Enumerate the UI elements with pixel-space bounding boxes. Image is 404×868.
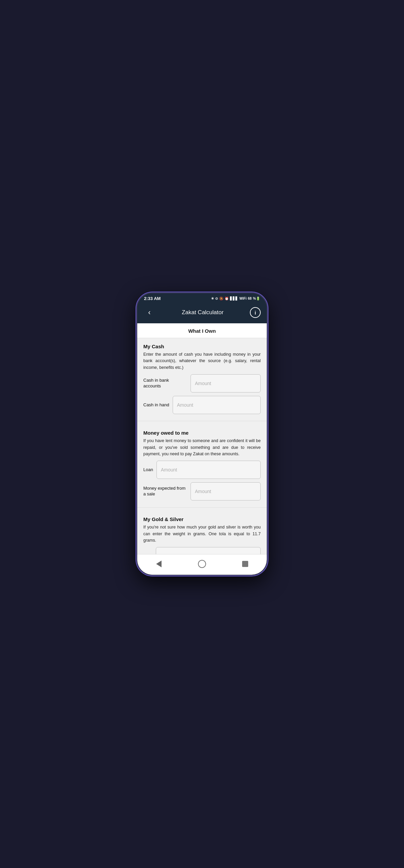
field-row-gold: Gold [143, 547, 261, 554]
nav-recent-button[interactable] [239, 558, 251, 570]
mute-icon: 🔕 [219, 297, 223, 300]
field-input-sale-money[interactable] [191, 482, 261, 500]
section-gold-silver: My Gold & SilverIf you're not sure how m… [137, 511, 267, 554]
main-content: What I Own My CashEnter the amount of ca… [137, 323, 267, 554]
section-desc-gold-silver: If you're not sure how much your gold an… [143, 524, 261, 544]
recent-square-icon [242, 561, 248, 567]
field-row-sale-money: Money expected from a sale [143, 482, 261, 500]
battery-icon: ⊙ [215, 297, 218, 300]
bottom-nav [137, 554, 267, 575]
wifi-icon: WiFi [239, 297, 247, 300]
divider-0 [137, 421, 267, 421]
field-input-gold[interactable] [156, 547, 261, 554]
back-triangle-icon [156, 561, 162, 567]
home-circle-icon [198, 560, 206, 568]
field-label-cash-hand: Cash in hand [143, 402, 169, 408]
section-title-my-cash: My Cash [143, 344, 261, 349]
alarm-icon: ⏰ [225, 297, 229, 300]
phone-frame: 2:33 AM ✳ ⊙ 🔕 ⏰ ▋▋▋ WiFi 68 %🔋 ‹ Zakat C… [136, 292, 268, 576]
field-row-loan: Loan [143, 461, 261, 479]
nav-back-button[interactable] [153, 558, 165, 570]
divider-1 [137, 507, 267, 508]
field-input-cash-bank[interactable] [191, 374, 261, 392]
page-title: Zakat Calculator [182, 309, 224, 316]
signal-icon: ▋▋▋ [230, 297, 238, 300]
battery-percent: 68 [248, 297, 252, 300]
status-icons: ✳ ⊙ 🔕 ⏰ ▋▋▋ WiFi 68 %🔋 [211, 297, 260, 300]
status-time: 2:33 AM [144, 296, 161, 301]
section-desc-money-owed: If you have lent money to someone and ar… [143, 438, 261, 457]
field-label-sale-money: Money expected from a sale [143, 486, 187, 497]
nav-bar: ‹ Zakat Calculator i [137, 303, 267, 323]
field-row-cash-bank: Cash in bank accounts [143, 374, 261, 392]
section-my-cash: My CashEnter the amount of cash you have… [137, 338, 267, 419]
info-button[interactable]: i [250, 307, 261, 318]
field-label-cash-bank: Cash in bank accounts [143, 378, 187, 389]
section-desc-my-cash: Enter the amount of cash you have includ… [143, 351, 261, 371]
field-label-loan: Loan [143, 467, 153, 473]
status-bar: 2:33 AM ✳ ⊙ 🔕 ⏰ ▋▋▋ WiFi 68 %🔋 [137, 293, 267, 303]
back-button[interactable]: ‹ [143, 306, 155, 319]
page-header: What I Own [137, 323, 267, 338]
section-title-money-owed: Money owed to me [143, 430, 261, 436]
section-money-owed: Money owed to meIf you have lent money t… [137, 425, 267, 506]
field-input-loan[interactable] [156, 461, 261, 479]
field-row-cash-hand: Cash in hand [143, 396, 261, 414]
battery-symbol: %🔋 [253, 297, 260, 300]
field-input-cash-hand[interactable] [173, 396, 261, 414]
nav-home-button[interactable] [196, 558, 208, 570]
bluetooth-icon: ✳ [211, 297, 214, 300]
section-title-gold-silver: My Gold & Silver [143, 516, 261, 522]
